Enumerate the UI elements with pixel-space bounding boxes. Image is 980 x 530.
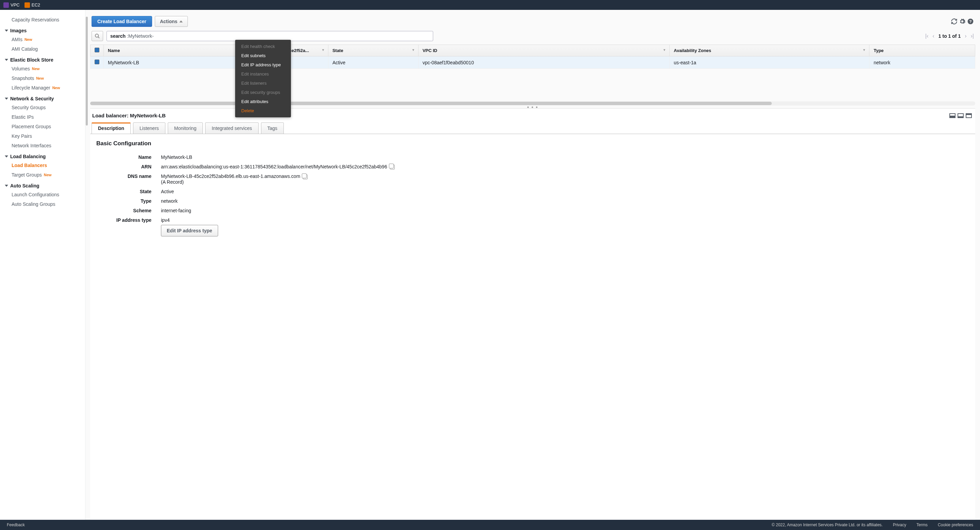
horizontal-scrollbar[interactable] bbox=[90, 102, 975, 105]
sidebar-item[interactable]: VolumesNew bbox=[0, 64, 85, 73]
pager-text: 1 to 1 of 1 bbox=[939, 33, 961, 39]
vpc-icon bbox=[3, 2, 9, 8]
gear-icon[interactable] bbox=[959, 18, 966, 25]
layout-bottom-icon[interactable] bbox=[950, 113, 956, 118]
row-checkbox[interactable] bbox=[95, 60, 99, 64]
tab[interactable]: Integrated services bbox=[205, 122, 258, 134]
sidebar-item[interactable]: Load Balancers bbox=[0, 160, 85, 170]
create-load-balancer-button[interactable]: Create Load Balancer bbox=[92, 16, 152, 27]
col-state[interactable]: State▾ bbox=[328, 45, 418, 57]
sidebar-item[interactable]: Key Pairs bbox=[0, 131, 85, 141]
sidebar-item[interactable]: AMI Catalog bbox=[0, 44, 85, 54]
service-vpc[interactable]: VPC bbox=[3, 2, 20, 8]
actions-dropdown: Edit health checkEdit subnetsEdit IP add… bbox=[235, 40, 291, 117]
kv-scheme-key: Scheme bbox=[96, 208, 161, 213]
new-badge: New bbox=[24, 37, 32, 41]
sidebar-item[interactable]: Security Groups bbox=[0, 103, 85, 112]
tab[interactable]: Tags bbox=[261, 122, 284, 134]
sidebar-item-label: Volumes bbox=[11, 66, 30, 71]
detail-tabs: DescriptionListenersMonitoringIntegrated… bbox=[90, 122, 975, 134]
sidebar-item[interactable]: Lifecycle ManagerNew bbox=[0, 83, 85, 92]
kv-ip-key: IP address type bbox=[96, 217, 161, 223]
cell-type: network bbox=[869, 57, 975, 69]
hscroll-thumb[interactable] bbox=[90, 102, 772, 105]
sidebar-section-label: Auto Scaling bbox=[10, 183, 40, 189]
footer-feedback[interactable]: Feedback bbox=[7, 522, 25, 527]
service-ec2[interactable]: EC2 bbox=[24, 2, 40, 8]
sidebar-item-label: Key Pairs bbox=[11, 133, 32, 139]
tab[interactable]: Listeners bbox=[133, 122, 165, 134]
menu-item[interactable]: Delete bbox=[235, 106, 291, 115]
svg-text:?: ? bbox=[969, 19, 972, 24]
search-icon bbox=[95, 33, 100, 39]
chevron-down-icon bbox=[5, 156, 8, 157]
chevron-down-icon bbox=[5, 185, 8, 187]
sidebar-item-label: Snapshots bbox=[11, 76, 34, 81]
help-icon[interactable]: ? bbox=[967, 18, 974, 25]
table-row[interactable]: MyNetwork-LB Active vpc-08aef1f0eabd5001… bbox=[91, 57, 975, 69]
footer-terms[interactable]: Terms bbox=[916, 522, 928, 527]
tab[interactable]: Description bbox=[92, 122, 130, 134]
tab[interactable]: Monitoring bbox=[168, 122, 203, 134]
refresh-icon[interactable] bbox=[951, 18, 958, 25]
pager-next-icon[interactable]: › bbox=[965, 33, 966, 39]
footer-cookies[interactable]: Cookie preferences bbox=[938, 522, 973, 527]
sidebar-item-label: AMIs bbox=[11, 37, 22, 42]
sidebar-section[interactable]: Network & Security bbox=[0, 92, 85, 103]
col-az[interactable]: Availability Zones▾ bbox=[670, 45, 869, 57]
copy-dns-icon[interactable] bbox=[303, 175, 308, 179]
search-button[interactable] bbox=[92, 31, 103, 41]
menu-item[interactable]: Edit IP address type bbox=[235, 60, 291, 70]
top-nav: VPC EC2 bbox=[0, 0, 980, 10]
sidebar-section[interactable]: Load Balancing bbox=[0, 150, 85, 160]
detail-body: Basic Configuration NameMyNetwork-LB ARN… bbox=[90, 134, 975, 520]
sidebar-section[interactable]: Images bbox=[0, 24, 85, 35]
sidebar-item[interactable]: Launch Configurations bbox=[0, 190, 85, 199]
kv-scheme-val: internet-facing bbox=[161, 208, 969, 213]
sidebar-item-capacity-reservations[interactable]: Capacity Reservations bbox=[0, 15, 85, 24]
copy-arn-icon[interactable] bbox=[390, 165, 395, 170]
sidebar-item[interactable]: Network Interfaces bbox=[0, 141, 85, 150]
pager-prev-icon[interactable]: ‹ bbox=[933, 33, 934, 39]
kv-type-val: network bbox=[161, 198, 969, 204]
col-type[interactable]: Type bbox=[869, 45, 975, 57]
cell-az: us-east-1a bbox=[670, 57, 869, 69]
sidebar[interactable]: Capacity Reservations ImagesAMIsNewAMI C… bbox=[0, 10, 85, 520]
sidebar-section-label: Images bbox=[10, 28, 27, 33]
sidebar-section[interactable]: Auto Scaling bbox=[0, 179, 85, 190]
sidebar-item[interactable]: SnapshotsNew bbox=[0, 73, 85, 83]
edit-ip-type-button[interactable]: Edit IP address type bbox=[161, 225, 218, 236]
sidebar-item-label: Lifecycle Manager bbox=[11, 85, 50, 90]
sidebar-item[interactable]: AMIsNew bbox=[0, 35, 85, 44]
menu-item[interactable]: Edit subnets bbox=[235, 51, 291, 60]
sidebar-item-label: AMI Catalog bbox=[11, 46, 38, 52]
sidebar-item-label: Security Groups bbox=[11, 105, 46, 110]
chevron-down-icon bbox=[5, 98, 8, 100]
menu-item[interactable]: Edit attributes bbox=[235, 97, 291, 106]
search-label: search bbox=[110, 33, 126, 39]
kv-state-val: Active bbox=[161, 189, 969, 194]
divider-handle[interactable] bbox=[86, 17, 88, 125]
kv-dns-sub: (A Record) bbox=[161, 179, 184, 185]
svg-point-2 bbox=[95, 34, 98, 37]
layout-mid-icon[interactable] bbox=[958, 113, 964, 118]
select-all-checkbox[interactable] bbox=[95, 48, 99, 52]
actions-button[interactable]: Actions bbox=[155, 16, 188, 27]
col-vpc[interactable]: VPC ID▾ bbox=[418, 45, 669, 57]
caret-up-icon bbox=[179, 21, 183, 22]
new-badge: New bbox=[52, 86, 60, 90]
sidebar-item[interactable]: Target GroupsNew bbox=[0, 170, 85, 179]
pager-first-icon[interactable]: |‹ bbox=[925, 33, 928, 39]
lb-table: Name▾ B-45c2ce2f52a...▾ State▾ VPC ID▾ A… bbox=[86, 44, 980, 69]
pager-last-icon[interactable]: ›| bbox=[971, 33, 974, 39]
kv-name-key: Name bbox=[96, 154, 161, 160]
layout-top-icon[interactable] bbox=[966, 113, 972, 118]
splitter[interactable]: ● ● ● bbox=[86, 105, 980, 108]
footer-privacy[interactable]: Privacy bbox=[893, 522, 906, 527]
sidebar-item[interactable]: Auto Scaling Groups bbox=[0, 199, 85, 209]
sidebar-item-label: Elastic IPs bbox=[11, 114, 34, 120]
sidebar-section[interactable]: Elastic Block Store bbox=[0, 54, 85, 64]
section-title: Basic Configuration bbox=[96, 140, 969, 147]
sidebar-item[interactable]: Placement Groups bbox=[0, 122, 85, 131]
sidebar-item[interactable]: Elastic IPs bbox=[0, 112, 85, 122]
